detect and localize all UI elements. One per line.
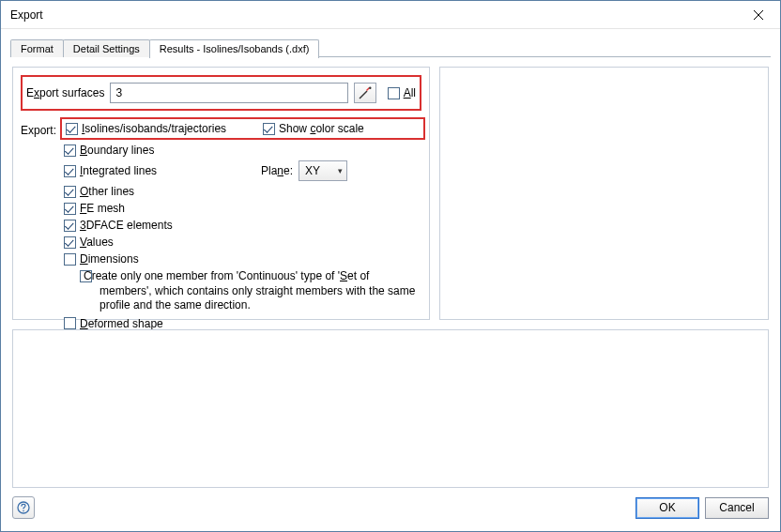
tabstrip: Format Detail Settings Results - Isoline…	[10, 37, 771, 57]
options-panel: Export surfaces All	[12, 67, 430, 320]
tab-format[interactable]: Format	[10, 39, 64, 57]
titlebar: Export	[1, 1, 780, 29]
checkbox-icon	[64, 220, 76, 232]
close-button[interactable]	[737, 2, 780, 28]
export-options-row: Export: Isolines/isobands/trajectories S…	[21, 120, 421, 330]
fe-mesh-checkbox[interactable]: FE mesh	[64, 202, 261, 215]
export-label: Export:	[21, 120, 56, 137]
other-lines-label: Other lines	[80, 185, 134, 198]
isolines-checkbox[interactable]: Isolines/isobands/trajectories	[66, 122, 263, 135]
dimensions-label: Dimensions	[80, 252, 139, 266]
export-surfaces-label: Export surfaces	[26, 86, 104, 99]
checkbox-icon	[64, 317, 76, 329]
help-button[interactable]	[12, 496, 35, 519]
boundary-lines-checkbox[interactable]: Boundary lines	[64, 144, 261, 157]
other-lines-checkbox[interactable]: Other lines	[64, 185, 261, 198]
plane-label: Plane:	[261, 164, 293, 177]
show-color-scale-checkbox[interactable]: Show color scale	[263, 122, 420, 135]
all-checkbox[interactable]: All	[388, 86, 416, 99]
cancel-button[interactable]: Cancel	[705, 497, 769, 519]
checkbox-icon	[263, 123, 275, 135]
checkbox-icon	[64, 203, 76, 215]
export-options-grid: Isolines/isobands/trajectories Show colo…	[64, 120, 421, 330]
continuous-member-label: Create only one member from 'Continuous'…	[100, 269, 421, 313]
tab-results[interactable]: Results - Isolines/Isobands (.dxf)	[149, 39, 320, 58]
checkbox-icon	[64, 165, 76, 177]
isolines-label: Isolines/isobands/trajectories	[82, 122, 226, 135]
upper-panels: Export surfaces All	[12, 67, 769, 320]
export-surfaces-input[interactable]	[110, 83, 347, 103]
close-icon	[754, 10, 763, 20]
all-label: All	[404, 86, 416, 99]
lower-panel	[12, 329, 769, 488]
checkbox-icon	[64, 253, 76, 266]
export-surfaces-row: Export surfaces All	[21, 75, 421, 111]
plane-select[interactable]: XY ▾	[299, 160, 347, 181]
checkbox-icon	[388, 87, 400, 99]
show-color-scale-label: Show color scale	[279, 122, 364, 135]
boundary-lines-label: Boundary lines	[80, 144, 154, 157]
integrated-lines-checkbox[interactable]: Integrated lines	[64, 164, 261, 177]
preview-panel	[439, 67, 769, 320]
footer: OK Cancel	[1, 494, 780, 531]
export-dialog: Export Format Detail Settings Results - …	[0, 0, 781, 532]
picker-button[interactable]	[354, 83, 376, 103]
checkbox-icon	[66, 123, 78, 135]
values-label: Values	[80, 236, 114, 249]
checkbox-icon	[64, 144, 76, 157]
values-checkbox[interactable]: Values	[64, 236, 261, 249]
continuous-member-checkbox[interactable]: Create only one member from 'Continuous'…	[64, 269, 421, 313]
plane-value: XY	[305, 164, 320, 177]
chevron-down-icon: ▾	[338, 166, 343, 175]
integrated-lines-label: Integrated lines	[80, 164, 157, 177]
checkbox-icon	[64, 186, 76, 198]
3dface-checkbox[interactable]: 3DFACE elements	[64, 219, 261, 232]
deformed-shape-checkbox[interactable]: Deformed shape	[64, 317, 421, 330]
highlighted-options: Isolines/isobands/trajectories Show colo…	[60, 117, 425, 140]
svg-point-4	[369, 87, 371, 89]
dimensions-checkbox[interactable]: Dimensions	[64, 252, 261, 266]
svg-point-6	[23, 510, 24, 512]
help-icon	[17, 501, 30, 514]
deformed-shape-label: Deformed shape	[80, 317, 163, 330]
svg-line-2	[360, 91, 367, 99]
picker-icon	[359, 86, 372, 99]
fe-mesh-label: FE mesh	[80, 202, 125, 215]
tab-detail-settings[interactable]: Detail Settings	[63, 39, 150, 57]
3dface-label: 3DFACE elements	[80, 219, 173, 232]
content-area: Export surfaces All	[1, 57, 780, 494]
window-title: Export	[10, 8, 737, 22]
ok-button[interactable]: OK	[636, 497, 699, 519]
checkbox-icon	[64, 236, 76, 249]
plane-row: Plane: XY ▾	[261, 160, 421, 181]
